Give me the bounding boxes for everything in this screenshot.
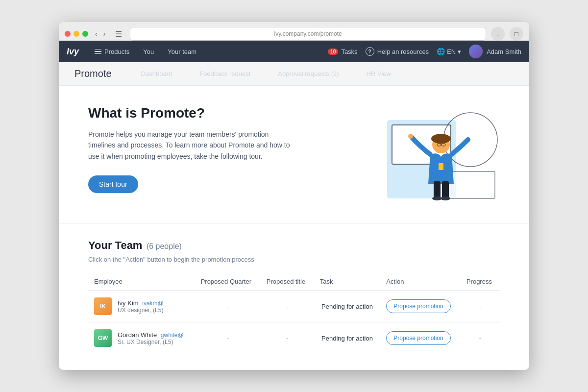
user-avatar-image	[469, 45, 483, 58]
sub-nav-approval-label: Approval requests (2)	[278, 70, 339, 77]
globe-icon: 🌐	[437, 48, 445, 55]
maximize-button[interactable]	[82, 31, 88, 37]
employee-avatar-1: GW	[94, 329, 112, 347]
svg-rect-12	[442, 181, 449, 198]
team-section: Your Team (6 people) Click on the "Actio…	[59, 223, 529, 370]
sub-nav-dashboard[interactable]: Dashboard	[135, 67, 178, 80]
employee-cell-1: GW Gordan White gwhite@ Sr. UX Designer,…	[88, 322, 195, 354]
sub-nav-feedback-label: Feedback request	[199, 70, 250, 77]
sub-nav-dashboard-label: Dashboard	[141, 70, 172, 77]
sidebar-toggle-button[interactable]: ☰	[112, 28, 125, 40]
app-navbar: Ivy Products You Your team 10 Tasks ?	[59, 41, 529, 62]
employee-avatar-0: IK	[94, 297, 112, 315]
browser-share-button[interactable]: ◻	[510, 27, 523, 41]
col-action: Action	[380, 273, 461, 291]
table-row: IK Ivy Kim ivakm@ UX designer, (L5) - - …	[88, 291, 500, 322]
hero-title: What is Promote?	[88, 105, 294, 121]
propose-promotion-button-1[interactable]: Propose promotion	[386, 331, 450, 345]
browser-action-button[interactable]: ↓	[491, 27, 505, 41]
employee-name-0: Ivy Kim	[118, 299, 139, 307]
proposed-title-0: -	[261, 291, 314, 322]
employee-email-0[interactable]: ivakm@	[142, 300, 164, 307]
sub-navbar: Promote Dashboard Feedback request Appro…	[59, 62, 529, 86]
col-progress: Progress	[461, 273, 500, 291]
col-task: Task	[314, 273, 381, 291]
team-subtitle: Click on the "Action" button to begin th…	[88, 256, 500, 263]
svg-rect-11	[434, 181, 441, 198]
traffic-lights	[65, 31, 88, 37]
nav-item-you[interactable]: You	[137, 45, 160, 58]
forward-button[interactable]: ›	[101, 29, 108, 39]
proposed-quarter-1: -	[195, 322, 261, 354]
proposed-quarter-0: -	[195, 291, 261, 322]
table-header-row: Employee Proposed Quarter Proposed title…	[88, 273, 500, 291]
employee-info-0: Ivy Kim ivakm@ UX designer, (L5)	[118, 299, 164, 314]
lang-chevron-icon: ▾	[458, 48, 461, 55]
col-employee: Employee	[88, 273, 195, 291]
app-section-title: Promote	[74, 68, 112, 79]
team-table: Employee Proposed Quarter Proposed title…	[88, 273, 500, 354]
employee-email-1[interactable]: gwhite@	[161, 332, 184, 339]
language-selector[interactable]: 🌐 EN ▾	[437, 48, 461, 55]
browser-chrome: ‹ › ☰ ivy.company.com/promote ↓ ◻	[59, 22, 529, 41]
sub-nav-feedback[interactable]: Feedback request	[194, 67, 256, 80]
employee-role-0: UX designer, (L5)	[118, 307, 164, 314]
nav-item-your-team[interactable]: Your team	[162, 45, 202, 58]
sub-nav-hr-view[interactable]: HR View	[361, 67, 397, 80]
tasks-count: 10	[328, 49, 338, 55]
help-label: Help an resources	[377, 48, 429, 55]
nav-your-team-label: Your team	[168, 48, 196, 55]
nav-you-label: You	[143, 48, 154, 55]
back-button[interactable]: ‹	[93, 29, 99, 39]
team-count: (6 people)	[147, 242, 182, 250]
hero-section: What is Promote? Promote helps you manag…	[59, 86, 529, 223]
hero-text: What is Promote? Promote helps you manag…	[88, 105, 294, 193]
sub-nav-approval[interactable]: Approval requests (2)	[272, 67, 344, 80]
sub-nav-hr-view-label: HR View	[367, 70, 391, 77]
col-proposed-quarter: Proposed Quarter	[195, 273, 261, 291]
tasks-button[interactable]: 10 Tasks	[328, 48, 357, 55]
hero-illustration	[363, 105, 500, 203]
url-text: ivy.company.com/promote	[274, 30, 342, 37]
browser-nav-arrows: ‹ ›	[93, 29, 107, 39]
main-content: What is Promote? Promote helps you manag…	[59, 86, 529, 370]
close-button[interactable]	[65, 31, 71, 37]
action-cell-0: Propose promotion	[380, 291, 461, 322]
help-button[interactable]: ? Help an resources	[366, 47, 429, 56]
employee-name-1: Gordan White	[118, 331, 157, 339]
progress-cell-0: -	[461, 291, 500, 322]
employee-info-1: Gordan White gwhite@ Sr. UX Designer, (L…	[118, 331, 184, 345]
proposed-title-1: -	[261, 322, 314, 354]
promo-illustration	[363, 105, 500, 203]
hero-description: Promote helps you manage your team membe…	[88, 129, 294, 162]
svg-rect-9	[439, 163, 443, 170]
task-cell-0: Pending for action	[314, 291, 381, 322]
table-row: GW Gordan White gwhite@ Sr. UX Designer,…	[88, 322, 500, 354]
user-menu[interactable]: Adam Smith	[469, 45, 521, 58]
team-header: Your Team (6 people)	[88, 239, 500, 252]
app-logo: Ivy	[67, 47, 79, 57]
employee-role-1: Sr. UX Designer, (L5)	[118, 339, 184, 345]
hamburger-icon	[95, 49, 101, 54]
progress-cell-1: -	[461, 322, 500, 354]
user-avatar	[469, 45, 483, 58]
col-proposed-title: Proposed title	[261, 273, 314, 291]
url-bar[interactable]: ivy.company.com/promote	[130, 27, 486, 41]
svg-point-14	[441, 196, 450, 200]
help-icon: ?	[366, 47, 374, 56]
nav-item-products[interactable]: Products	[89, 45, 135, 58]
lang-code: EN	[447, 48, 456, 55]
action-cell-1: Propose promotion	[380, 322, 461, 354]
svg-point-10	[408, 134, 413, 139]
propose-promotion-button-0[interactable]: Propose promotion	[386, 299, 450, 313]
user-name: Adam Smith	[487, 48, 521, 55]
start-tour-button[interactable]: Start tour	[88, 175, 138, 193]
nav-menu: Products You Your team	[89, 45, 328, 58]
tasks-label: Tasks	[341, 48, 357, 55]
employee-cell-0: IK Ivy Kim ivakm@ UX designer, (L5)	[88, 291, 195, 322]
nav-right: 10 Tasks ? Help an resources 🌐 EN ▾ Adam…	[328, 45, 521, 58]
nav-products-label: Products	[104, 48, 129, 55]
task-cell-1: Pending for action	[314, 322, 381, 354]
minimize-button[interactable]	[74, 31, 79, 37]
team-title: Your Team	[88, 239, 142, 251]
